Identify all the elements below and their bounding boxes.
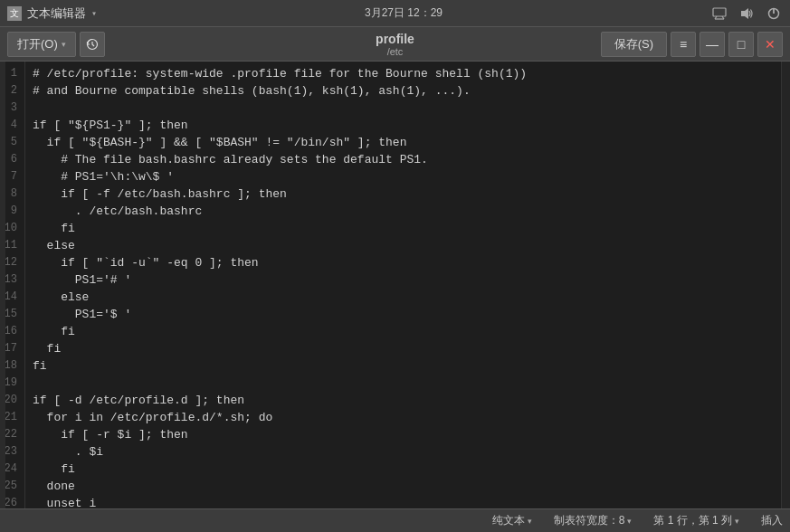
line-number: 4 bbox=[4, 117, 17, 134]
line-number: 16 bbox=[4, 323, 17, 340]
restore-button[interactable]: □ bbox=[728, 32, 754, 57]
menu-button[interactable]: ≡ bbox=[671, 32, 696, 57]
line-number: 11 bbox=[4, 237, 17, 254]
code-content[interactable]: # /etc/profile: system-wide .profile fil… bbox=[25, 62, 781, 508]
format-arrow: ▾ bbox=[528, 517, 532, 526]
position-display[interactable]: 第 1 行，第 1 列 ▾ bbox=[653, 513, 739, 528]
code-line: # /etc/profile: system-wide .profile fil… bbox=[33, 65, 774, 82]
line-number: 19 bbox=[4, 375, 17, 392]
line-number: 14 bbox=[4, 289, 17, 306]
code-line: fi bbox=[33, 357, 774, 375]
svg-marker-4 bbox=[741, 8, 748, 19]
minimize-button[interactable]: — bbox=[700, 32, 725, 57]
line-number: 13 bbox=[4, 271, 17, 289]
code-line: fi bbox=[33, 340, 774, 357]
code-line: for i in /etc/profile.d/*.sh; do bbox=[33, 409, 774, 426]
titlebar-controls bbox=[710, 5, 783, 23]
code-line: . $i bbox=[33, 443, 774, 461]
toolbar: 打开(O) ▾ profile /etc 保存(S) ≡ — □ ✕ bbox=[0, 27, 790, 62]
code-line: fi bbox=[33, 323, 774, 340]
code-line bbox=[33, 100, 774, 117]
line-number: 10 bbox=[4, 220, 17, 237]
left-edge bbox=[0, 62, 5, 508]
code-line: if [ "${PS1-}" ]; then bbox=[33, 117, 774, 134]
line-number: 15 bbox=[4, 306, 17, 323]
statusbar: 纯文本 ▾ 制表符宽度：8 ▾ 第 1 行，第 1 列 ▾ 插入 bbox=[0, 508, 790, 532]
titlebar-menu-arrow[interactable]: ▾ bbox=[91, 8, 97, 19]
editor: 1234567891011121314151617181920212223242… bbox=[0, 62, 790, 508]
history-button[interactable] bbox=[80, 32, 105, 57]
line-number: 25 bbox=[4, 478, 17, 495]
code-line: # PS1='\h:\w\$ ' bbox=[33, 168, 774, 185]
titlebar-datetime: 3月27日 12：29 bbox=[365, 5, 443, 21]
code-line: . /etc/bash.bashrc bbox=[33, 203, 774, 220]
code-line bbox=[33, 375, 774, 392]
line-number: 7 bbox=[4, 168, 17, 185]
code-line: if [ -d /etc/profile.d ]; then bbox=[33, 392, 774, 409]
line-number: 17 bbox=[4, 340, 17, 357]
open-button[interactable]: 打开(O) ▾ bbox=[7, 32, 76, 57]
format-selector[interactable]: 纯文本 ▾ bbox=[492, 513, 532, 528]
code-line: done bbox=[33, 478, 774, 495]
tabwidth-arrow: ▾ bbox=[627, 517, 632, 526]
file-path: /etc bbox=[376, 46, 414, 57]
line-number: 8 bbox=[4, 185, 17, 203]
line-number: 20 bbox=[4, 392, 17, 409]
line-number: 6 bbox=[4, 151, 17, 168]
file-name: profile bbox=[376, 32, 414, 46]
app-icon: 文 bbox=[7, 6, 22, 21]
line-number: 3 bbox=[4, 100, 17, 117]
insert-mode[interactable]: 插入 bbox=[761, 513, 783, 528]
sound-button[interactable] bbox=[738, 5, 756, 23]
svg-rect-0 bbox=[713, 8, 726, 16]
line-number: 23 bbox=[4, 443, 17, 461]
open-arrow: ▾ bbox=[62, 40, 66, 49]
tabwidth-selector[interactable]: 制表符宽度：8 ▾ bbox=[554, 513, 633, 528]
code-line: unset i bbox=[33, 495, 774, 508]
app-title: 文本编辑器 bbox=[27, 5, 86, 22]
toolbar-right: 保存(S) ≡ — □ ✕ bbox=[601, 32, 783, 57]
titlebar: 文 文本编辑器 ▾ 3月27日 12：29 bbox=[0, 0, 790, 27]
power-button[interactable] bbox=[765, 5, 783, 23]
close-button[interactable]: ✕ bbox=[757, 32, 783, 57]
line-number: 26 bbox=[4, 495, 17, 508]
line-number: 21 bbox=[4, 409, 17, 426]
code-line: if [ "`id -u`" -eq 0 ]; then bbox=[33, 254, 774, 271]
code-line: if [ "${BASH-}" ] && [ "$BASH" != "/bin/… bbox=[33, 134, 774, 151]
toolbar-file-info: profile /etc bbox=[376, 32, 414, 57]
code-line: # The file bash.bashrc already sets the … bbox=[33, 151, 774, 168]
code-line: # and Bourne compatible shells (bash(1),… bbox=[33, 82, 774, 100]
line-number: 5 bbox=[4, 134, 17, 151]
line-number: 2 bbox=[4, 82, 17, 100]
position-arrow: ▾ bbox=[735, 517, 739, 526]
code-line: else bbox=[33, 289, 774, 306]
line-number: 24 bbox=[4, 461, 17, 478]
code-line: PS1='$ ' bbox=[33, 306, 774, 323]
code-line: if [ -f /etc/bash.bashrc ]; then bbox=[33, 185, 774, 203]
line-number: 1 bbox=[4, 65, 17, 82]
code-line: PS1='# ' bbox=[33, 271, 774, 289]
scrollbar[interactable] bbox=[781, 62, 790, 508]
code-line: fi bbox=[33, 220, 774, 237]
code-line: fi bbox=[33, 461, 774, 478]
network-button[interactable] bbox=[710, 5, 728, 23]
code-line: else bbox=[33, 237, 774, 254]
line-number: 18 bbox=[4, 357, 17, 375]
titlebar-left: 文 文本编辑器 ▾ bbox=[7, 5, 97, 22]
save-button[interactable]: 保存(S) bbox=[601, 32, 667, 57]
line-number: 9 bbox=[4, 203, 17, 220]
code-line: if [ -r $i ]; then bbox=[33, 426, 774, 443]
line-number: 22 bbox=[4, 426, 17, 443]
line-number: 12 bbox=[4, 254, 17, 271]
